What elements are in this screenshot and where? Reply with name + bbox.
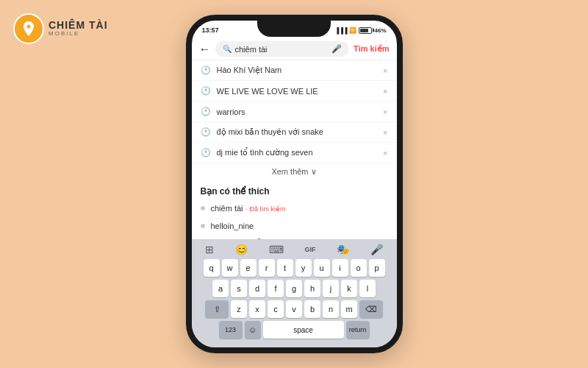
keyboard-row4: 123 ☺ space return <box>195 321 394 339</box>
search-icon: 🔍 <box>223 45 232 53</box>
phone-frame: 13:57 ▐▐▐ 🛜 46% ← 🔍 chiêm tài 🎤 Tìm kiếm… <box>186 15 403 353</box>
status-icons: ▐▐▐ 🛜 46% <box>334 27 386 34</box>
key-q[interactable]: q <box>204 259 220 277</box>
see-more-button[interactable]: Xem thêm ∨ <box>192 163 397 180</box>
clock-icon: 🕐 <box>201 66 211 75</box>
suggestion-item[interactable]: chiêm tài· Đã tìm kiếm <box>192 199 397 217</box>
key-d[interactable]: d <box>249 280 265 297</box>
recent-search-item[interactable]: 🕐 warriors × <box>192 102 397 122</box>
keyboard-row2: asdfghjkl <box>195 280 394 297</box>
wifi-icon: 🛜 <box>349 27 356 34</box>
recent-search-text: WE LIVE WE LOVE WE LIE <box>217 87 378 96</box>
key-g[interactable]: g <box>286 280 302 297</box>
search-bar: ← 🔍 chiêm tài 🎤 Tìm kiếm <box>192 38 397 60</box>
remove-recent-button[interactable]: × <box>383 107 387 116</box>
logo-sub: MOBILE <box>49 31 108 38</box>
remove-recent-button[interactable]: × <box>383 66 387 75</box>
search-button[interactable]: Tìm kiếm <box>354 44 390 54</box>
space-key[interactable]: space <box>263 321 344 339</box>
key-h[interactable]: h <box>304 280 320 297</box>
clock-icon: 🕐 <box>201 127 211 137</box>
kb-paste-icon[interactable]: ⌨ <box>269 244 284 255</box>
phone-notch <box>257 21 331 37</box>
back-button[interactable]: ← <box>199 43 211 56</box>
keyboard: ⊞ 😊 ⌨ GIF 🎭 🎤 qwertyuiop asdfghjkl ⇧ zxc… <box>192 239 397 347</box>
return-key[interactable]: return <box>346 321 370 339</box>
clock-icon: 🕐 <box>201 107 211 116</box>
recent-search-item[interactable]: 🕐 Hào Khí Việt Nam × <box>192 60 397 81</box>
already-searched-label: · Đã tìm kiếm <box>246 205 286 213</box>
logo-text: CHIÊM TÀI MOBILE <box>49 20 108 38</box>
key-v[interactable]: v <box>286 300 302 318</box>
recent-search-item[interactable]: 🕐 độ mixi bắn thuyền với snake × <box>192 122 397 143</box>
recent-searches-list: 🕐 Hào Khí Việt Nam × 🕐 WE LIVE WE LOVE W… <box>192 60 397 163</box>
logo-icon <box>13 13 44 44</box>
key-s[interactable]: s <box>231 280 247 297</box>
dot-icon <box>201 206 205 210</box>
results-container: 🕐 Hào Khí Việt Nam × 🕐 WE LIVE WE LOVE W… <box>192 60 397 255</box>
keyboard-toolbar: ⊞ 😊 ⌨ GIF 🎭 🎤 <box>195 244 394 259</box>
battery-percent: 46% <box>374 27 386 34</box>
key-l[interactable]: l <box>359 280 376 297</box>
signal-icon: ▐▐▐ <box>334 27 347 34</box>
recent-search-text: dj mie tổ tình cường seven <box>217 148 378 158</box>
key-z[interactable]: z <box>231 300 247 318</box>
shift-key[interactable]: ⇧ <box>205 300 229 318</box>
keyboard-row1: qwertyuiop <box>195 259 394 277</box>
kb-gif-icon[interactable]: GIF <box>304 246 315 253</box>
kb-emoji-icon[interactable]: 😊 <box>235 244 248 255</box>
remove-recent-button[interactable]: × <box>383 149 387 158</box>
kb-mic-kb-icon[interactable]: 🎤 <box>370 244 383 255</box>
key-x[interactable]: x <box>249 300 265 318</box>
key-p[interactable]: p <box>369 259 385 277</box>
recent-search-item[interactable]: 🕐 dj mie tổ tình cường seven × <box>192 143 397 163</box>
key-o[interactable]: o <box>351 259 367 277</box>
key-k[interactable]: k <box>341 280 357 297</box>
remove-recent-button[interactable]: × <box>383 128 387 137</box>
key-r[interactable]: r <box>259 259 275 277</box>
recent-search-text: độ mixi bắn thuyền với snake <box>217 127 378 137</box>
remove-recent-button[interactable]: × <box>383 87 387 96</box>
delete-key[interactable]: ⌫ <box>359 300 383 318</box>
key-i[interactable]: i <box>332 259 348 277</box>
key-n[interactable]: n <box>323 300 339 318</box>
num-key[interactable]: 123 <box>219 321 243 339</box>
mic-icon[interactable]: 🎤 <box>331 44 342 54</box>
key-t[interactable]: t <box>277 259 293 277</box>
status-time: 13:57 <box>202 26 219 34</box>
key-u[interactable]: u <box>314 259 330 277</box>
key-y[interactable]: y <box>295 259 312 277</box>
key-j[interactable]: j <box>323 280 339 297</box>
kb-grid-icon[interactable]: ⊞ <box>205 244 214 255</box>
key-f[interactable]: f <box>268 280 284 297</box>
clock-icon: 🕐 <box>201 148 211 158</box>
logo: CHIÊM TÀI MOBILE <box>13 13 108 44</box>
key-w[interactable]: w <box>222 259 238 277</box>
key-b[interactable]: b <box>304 300 320 318</box>
suggestions-title: Bạn có thể thích <box>192 180 397 199</box>
search-input-area[interactable]: 🔍 chiêm tài 🎤 <box>215 41 349 57</box>
kb-sticker-icon[interactable]: 🎭 <box>337 244 349 255</box>
search-query-text: chiêm tài <box>235 45 328 54</box>
dot-icon <box>201 224 205 228</box>
key-m[interactable]: m <box>341 300 357 318</box>
recent-search-item[interactable]: 🕐 WE LIVE WE LOVE WE LIE × <box>192 81 397 102</box>
clock-icon: 🕐 <box>201 86 211 96</box>
recent-search-text: warriors <box>217 107 378 116</box>
suggestion-item[interactable]: helloin_nine <box>192 217 397 235</box>
logo-name: CHIÊM TÀI <box>49 20 108 31</box>
keyboard-row3: ⇧ zxcvbnm ⌫ <box>195 300 394 318</box>
key-a[interactable]: a <box>212 280 229 297</box>
recent-search-text: Hào Khí Việt Nam <box>217 66 378 75</box>
suggestion-text: helloin_nine <box>211 222 254 230</box>
suggestion-text: chiêm tài· Đã tìm kiếm <box>211 204 286 213</box>
battery-icon <box>359 27 372 34</box>
key-e[interactable]: e <box>240 259 257 277</box>
emoji-key[interactable]: ☺ <box>245 321 261 339</box>
key-c[interactable]: c <box>268 300 284 318</box>
